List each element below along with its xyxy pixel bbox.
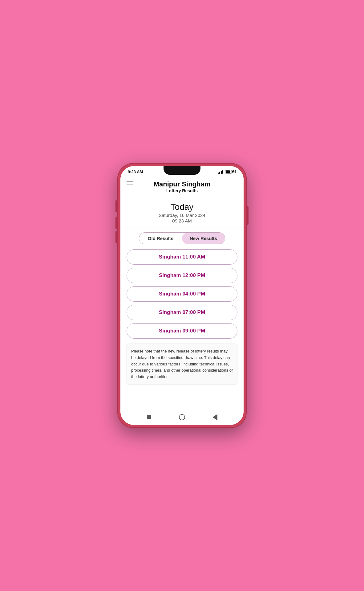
triangle-icon [212, 414, 217, 420]
list-item[interactable]: Singham 09:00 PM [127, 323, 237, 339]
status-bar: 9:23 AM 74 [120, 166, 244, 177]
current-time: 09:23 AM [127, 218, 237, 223]
app-content: Manipur Singham Lottery Results Today Sa… [120, 177, 244, 409]
list-item-label: Singham 07:00 PM [159, 309, 205, 315]
notice-text: Please note that the new release of lott… [131, 348, 233, 380]
list-item-label: Singham 11:00 AM [159, 254, 205, 260]
list-item-label: Singham 09:00 PM [159, 328, 205, 334]
app-subtitle: Lottery Results [166, 188, 198, 193]
lottery-list: Singham 11:00 AM Singham 12:00 PM Singha… [120, 247, 244, 341]
list-item-label: Singham 12:00 PM [159, 272, 205, 278]
list-item[interactable]: Singham 11:00 AM [127, 249, 237, 265]
list-item[interactable]: Singham 12:00 PM [127, 268, 237, 283]
new-results-button[interactable]: New Results [182, 233, 225, 244]
app-header: Manipur Singham Lottery Results [120, 177, 244, 197]
home-button[interactable] [176, 412, 188, 423]
list-item[interactable]: Singham 04:00 PM [127, 286, 237, 302]
circle-icon [179, 414, 185, 420]
battery-icon: 74 [225, 170, 236, 173]
notch [164, 166, 200, 175]
date-section: Today Saturday, 16 Mar 2024 09:23 AM [120, 197, 244, 227]
results-toggle: Old Results New Results [139, 232, 225, 244]
square-icon [147, 415, 151, 419]
status-time: 9:23 AM [128, 169, 143, 174]
notice-box: Please note that the new release of lott… [127, 344, 237, 385]
phone-frame: 9:23 AM 74 [117, 163, 247, 428]
status-icons: 74 [218, 169, 236, 174]
menu-icon[interactable] [127, 181, 133, 185]
list-item-label: Singham 04:00 PM [159, 291, 205, 297]
phone-screen: 9:23 AM 74 [120, 166, 244, 425]
bottom-nav [120, 409, 244, 425]
app-title: Manipur Singham [154, 180, 211, 188]
signal-icon [218, 169, 223, 174]
today-label: Today [127, 202, 237, 212]
back-button[interactable] [144, 412, 155, 423]
toggle-section: Old Results New Results [120, 227, 244, 247]
date-text: Saturday, 16 Mar 2024 [127, 213, 237, 218]
list-item[interactable]: Singham 07:00 PM [127, 305, 237, 320]
old-results-button[interactable]: Old Results [139, 233, 182, 244]
recents-button[interactable] [209, 412, 220, 423]
